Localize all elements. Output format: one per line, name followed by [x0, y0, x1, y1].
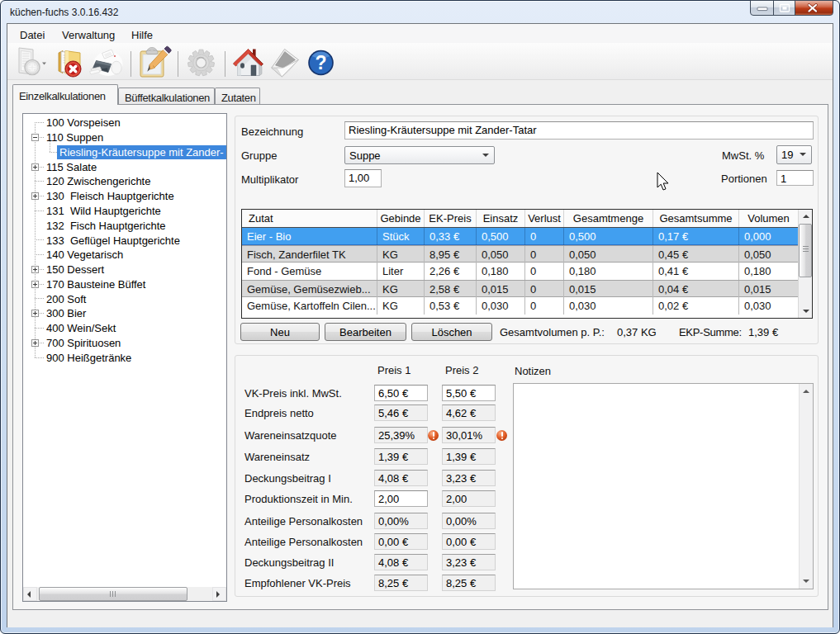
svg-text:?: ?	[315, 52, 326, 73]
